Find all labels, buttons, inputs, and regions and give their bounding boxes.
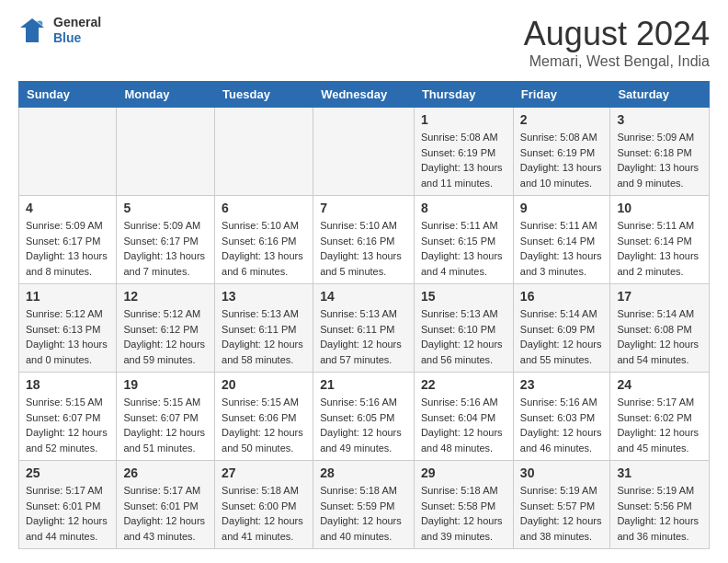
table-row: 15Sunrise: 5:13 AM Sunset: 6:10 PM Dayli…	[414, 284, 513, 373]
location: Memari, West Bengal, India	[524, 53, 710, 70]
table-row: 3Sunrise: 5:09 AM Sunset: 6:18 PM Daylig…	[610, 108, 710, 196]
calendar-table: Sunday Monday Tuesday Wednesday Thursday…	[18, 81, 710, 549]
day-info: Sunrise: 5:08 AM Sunset: 6:19 PM Dayligh…	[520, 130, 604, 190]
col-friday: Friday	[513, 82, 610, 108]
table-row: 8Sunrise: 5:11 AM Sunset: 6:15 PM Daylig…	[414, 196, 513, 284]
table-row: 13Sunrise: 5:13 AM Sunset: 6:11 PM Dayli…	[215, 284, 313, 373]
week-row-4: 18Sunrise: 5:15 AM Sunset: 6:07 PM Dayli…	[19, 373, 710, 461]
table-row: 26Sunrise: 5:17 AM Sunset: 6:01 PM Dayli…	[117, 461, 215, 549]
table-row: 23Sunrise: 5:16 AM Sunset: 6:03 PM Dayli…	[513, 373, 610, 461]
day-info: Sunrise: 5:10 AM Sunset: 6:16 PM Dayligh…	[320, 218, 407, 279]
col-tuesday: Tuesday	[215, 82, 313, 108]
col-wednesday: Wednesday	[313, 82, 415, 108]
day-info: Sunrise: 5:16 AM Sunset: 6:04 PM Dayligh…	[421, 395, 506, 455]
day-info: Sunrise: 5:13 AM Sunset: 6:11 PM Dayligh…	[320, 306, 407, 367]
day-number: 10	[617, 201, 702, 215]
col-sunday: Sunday	[19, 82, 117, 108]
day-number: 8	[421, 201, 506, 215]
month-title: August 2024	[524, 15, 710, 53]
day-info: Sunrise: 5:11 AM Sunset: 6:15 PM Dayligh…	[421, 218, 506, 279]
day-info: Sunrise: 5:18 AM Sunset: 5:59 PM Dayligh…	[320, 483, 407, 544]
day-number: 5	[123, 201, 208, 215]
day-info: Sunrise: 5:14 AM Sunset: 6:09 PM Dayligh…	[520, 306, 604, 367]
table-row: 30Sunrise: 5:19 AM Sunset: 5:57 PM Dayli…	[513, 461, 610, 549]
day-number: 30	[520, 465, 604, 480]
day-info: Sunrise: 5:14 AM Sunset: 6:08 PM Dayligh…	[617, 306, 702, 367]
table-row: 21Sunrise: 5:16 AM Sunset: 6:05 PM Dayli…	[313, 373, 415, 461]
table-row: 14Sunrise: 5:13 AM Sunset: 6:11 PM Dayli…	[313, 284, 415, 373]
day-info: Sunrise: 5:10 AM Sunset: 6:16 PM Dayligh…	[222, 218, 306, 279]
day-number: 29	[421, 465, 506, 480]
logo-arrow-icon	[18, 17, 46, 44]
day-info: Sunrise: 5:18 AM Sunset: 5:58 PM Dayligh…	[421, 483, 506, 544]
day-number: 19	[123, 377, 208, 392]
day-number: 24	[617, 377, 702, 392]
day-number: 7	[320, 201, 407, 215]
day-info: Sunrise: 5:17 AM Sunset: 6:01 PM Dayligh…	[26, 483, 109, 544]
day-number: 23	[520, 377, 604, 392]
week-row-3: 11Sunrise: 5:12 AM Sunset: 6:13 PM Dayli…	[19, 284, 710, 373]
day-number: 4	[26, 201, 109, 215]
day-number: 3	[617, 112, 702, 127]
day-number: 25	[26, 465, 109, 480]
table-row: 22Sunrise: 5:16 AM Sunset: 6:04 PM Dayli…	[414, 373, 513, 461]
table-row: 1Sunrise: 5:08 AM Sunset: 6:19 PM Daylig…	[414, 108, 513, 196]
table-row: 6Sunrise: 5:10 AM Sunset: 6:16 PM Daylig…	[215, 196, 313, 284]
table-row: 10Sunrise: 5:11 AM Sunset: 6:14 PM Dayli…	[610, 196, 710, 284]
day-info: Sunrise: 5:11 AM Sunset: 6:14 PM Dayligh…	[617, 218, 702, 279]
day-number: 18	[26, 377, 109, 392]
week-row-2: 4Sunrise: 5:09 AM Sunset: 6:17 PM Daylig…	[19, 196, 710, 284]
table-row: 20Sunrise: 5:15 AM Sunset: 6:06 PM Dayli…	[215, 373, 313, 461]
col-saturday: Saturday	[610, 82, 710, 108]
table-row: 11Sunrise: 5:12 AM Sunset: 6:13 PM Dayli…	[19, 284, 117, 373]
day-number: 28	[320, 465, 407, 480]
logo-blue: Blue	[53, 30, 101, 46]
table-row: 29Sunrise: 5:18 AM Sunset: 5:58 PM Dayli…	[414, 461, 513, 549]
day-info: Sunrise: 5:17 AM Sunset: 6:01 PM Dayligh…	[123, 483, 208, 544]
day-info: Sunrise: 5:09 AM Sunset: 6:17 PM Dayligh…	[26, 218, 109, 279]
day-info: Sunrise: 5:09 AM Sunset: 6:18 PM Dayligh…	[617, 130, 702, 190]
table-row: 16Sunrise: 5:14 AM Sunset: 6:09 PM Dayli…	[513, 284, 610, 373]
day-info: Sunrise: 5:11 AM Sunset: 6:14 PM Dayligh…	[520, 218, 604, 279]
logo-wrapper: GeneralBlue	[18, 15, 101, 46]
day-info: Sunrise: 5:18 AM Sunset: 6:00 PM Dayligh…	[222, 483, 306, 544]
day-number: 31	[617, 465, 702, 480]
day-number: 16	[520, 289, 604, 304]
logo: GeneralBlue	[18, 15, 101, 46]
day-info: Sunrise: 5:16 AM Sunset: 6:03 PM Dayligh…	[520, 395, 604, 455]
day-number: 2	[520, 112, 604, 127]
table-row: 19Sunrise: 5:15 AM Sunset: 6:07 PM Dayli…	[117, 373, 215, 461]
title-section: August 2024 Memari, West Bengal, India	[524, 15, 710, 70]
day-info: Sunrise: 5:19 AM Sunset: 5:57 PM Dayligh…	[520, 483, 604, 544]
col-thursday: Thursday	[414, 82, 513, 108]
week-row-1: 1Sunrise: 5:08 AM Sunset: 6:19 PM Daylig…	[19, 108, 710, 196]
page-container: GeneralBlue August 2024 Memari, West Ben…	[0, 0, 728, 563]
table-row: 18Sunrise: 5:15 AM Sunset: 6:07 PM Dayli…	[19, 373, 117, 461]
table-row: 17Sunrise: 5:14 AM Sunset: 6:08 PM Dayli…	[610, 284, 710, 373]
day-number: 11	[26, 289, 109, 304]
day-number: 20	[222, 377, 306, 392]
logo-general: General	[53, 15, 101, 30]
day-info: Sunrise: 5:15 AM Sunset: 6:07 PM Dayligh…	[26, 395, 109, 455]
header: GeneralBlue August 2024 Memari, West Ben…	[18, 15, 710, 70]
day-number: 17	[617, 289, 702, 304]
table-row	[117, 108, 215, 196]
table-row: 2Sunrise: 5:08 AM Sunset: 6:19 PM Daylig…	[513, 108, 610, 196]
logo-svg	[18, 17, 46, 44]
table-row: 7Sunrise: 5:10 AM Sunset: 6:16 PM Daylig…	[313, 196, 415, 284]
day-info: Sunrise: 5:15 AM Sunset: 6:06 PM Dayligh…	[222, 395, 306, 455]
day-number: 1	[421, 112, 506, 127]
table-row	[19, 108, 117, 196]
table-row: 28Sunrise: 5:18 AM Sunset: 5:59 PM Dayli…	[313, 461, 415, 549]
day-info: Sunrise: 5:16 AM Sunset: 6:05 PM Dayligh…	[320, 395, 407, 455]
day-info: Sunrise: 5:09 AM Sunset: 6:17 PM Dayligh…	[123, 218, 208, 279]
table-row: 24Sunrise: 5:17 AM Sunset: 6:02 PM Dayli…	[610, 373, 710, 461]
table-row	[313, 108, 415, 196]
header-row: Sunday Monday Tuesday Wednesday Thursday…	[19, 82, 710, 108]
table-row: 31Sunrise: 5:19 AM Sunset: 5:56 PM Dayli…	[610, 461, 710, 549]
table-row: 27Sunrise: 5:18 AM Sunset: 6:00 PM Dayli…	[215, 461, 313, 549]
day-info: Sunrise: 5:12 AM Sunset: 6:12 PM Dayligh…	[123, 306, 208, 367]
table-row: 25Sunrise: 5:17 AM Sunset: 6:01 PM Dayli…	[19, 461, 117, 549]
day-number: 9	[520, 201, 604, 215]
col-monday: Monday	[117, 82, 215, 108]
